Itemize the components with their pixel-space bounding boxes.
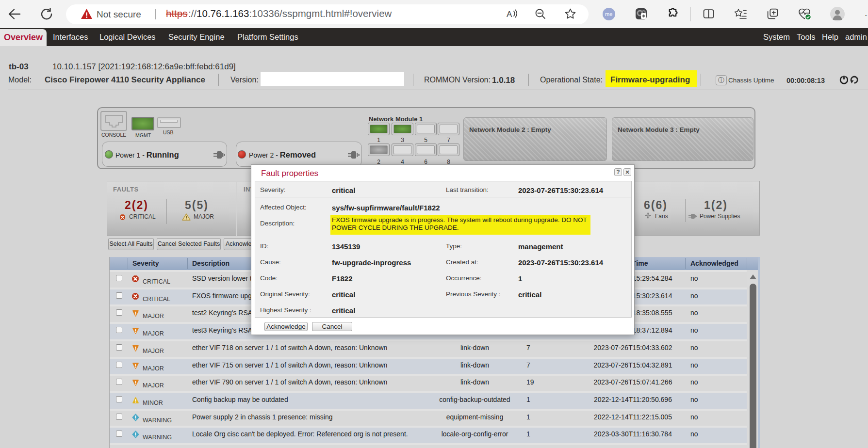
svg-text:A: A bbox=[507, 10, 512, 19]
